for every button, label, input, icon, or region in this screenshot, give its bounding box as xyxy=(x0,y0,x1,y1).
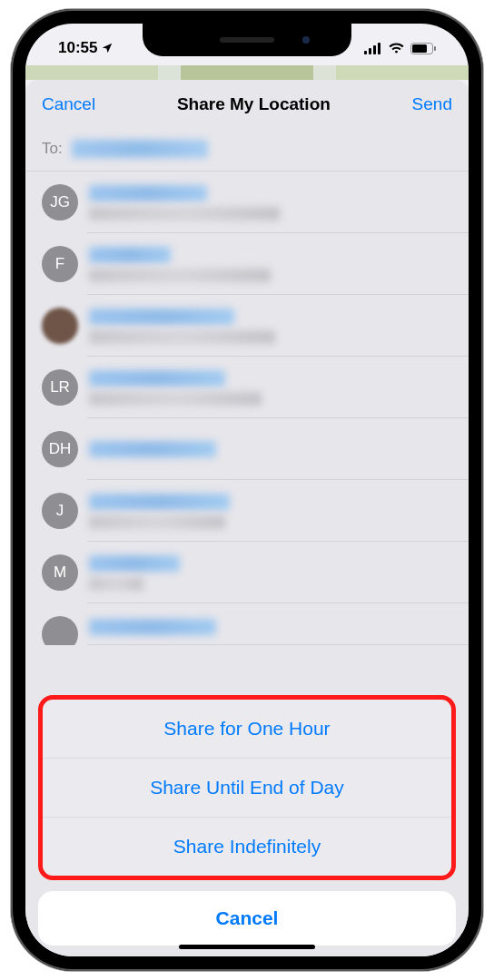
contact-text xyxy=(89,309,275,344)
recipient-blurred xyxy=(72,140,208,158)
contact-avatar-initials: JG xyxy=(42,184,78,220)
contact-avatar-photo xyxy=(42,308,78,344)
svg-rect-5 xyxy=(412,44,427,53)
contact-row[interactable] xyxy=(25,295,469,357)
contact-row[interactable]: LR xyxy=(25,357,469,418)
share-duration-action-sheet: Share for One HourShare Until End of Day… xyxy=(38,695,456,880)
contact-name-blurred xyxy=(89,309,234,325)
share-option-2[interactable]: Share Indefinitely xyxy=(43,818,451,876)
svg-rect-6 xyxy=(434,46,436,51)
modal-navbar: Cancel Share My Location Send xyxy=(25,80,469,129)
to-label: To: xyxy=(42,140,63,158)
contact-row[interactable]: M xyxy=(25,542,469,603)
contact-detail-blurred xyxy=(89,269,271,282)
contact-name-blurred xyxy=(89,441,216,457)
share-option-0[interactable]: Share for One Hour xyxy=(43,700,451,759)
contact-text xyxy=(89,441,216,457)
contact-avatar-initials: DH xyxy=(42,431,78,467)
contact-name-blurred xyxy=(89,247,171,263)
notch xyxy=(143,24,351,56)
contact-name-blurred xyxy=(89,370,225,387)
status-time: 10:55 xyxy=(58,39,97,57)
contact-avatar-initials: J xyxy=(42,493,78,529)
modal-title: Share My Location xyxy=(177,94,331,114)
contact-detail-blurred xyxy=(89,392,262,406)
contact-detail-blurred xyxy=(89,515,225,529)
svg-rect-3 xyxy=(378,43,380,54)
contact-text xyxy=(89,619,216,635)
contact-row[interactable]: F xyxy=(25,233,469,295)
contact-row[interactable]: J xyxy=(25,480,469,542)
contact-detail-blurred xyxy=(89,577,143,591)
wifi-icon xyxy=(388,43,405,54)
contact-text xyxy=(89,370,262,406)
contact-row[interactable]: JG xyxy=(25,172,469,233)
contact-detail-blurred xyxy=(89,207,280,220)
share-option-1[interactable]: Share Until End of Day xyxy=(43,759,451,818)
action-sheet-cancel-button[interactable]: Cancel xyxy=(38,891,456,946)
contact-row[interactable] xyxy=(25,603,469,645)
contact-name-blurred xyxy=(89,185,207,201)
contact-name-blurred xyxy=(89,555,180,572)
location-arrow-icon xyxy=(101,42,114,54)
phone-screen: 10:55 Cancel Share My xyxy=(25,24,469,956)
map-background-hint xyxy=(25,65,469,80)
send-button[interactable]: Send xyxy=(412,94,452,114)
cancel-button[interactable]: Cancel xyxy=(42,94,95,114)
contact-text xyxy=(89,247,271,282)
svg-rect-2 xyxy=(373,45,376,54)
phone-frame: 10:55 Cancel Share My xyxy=(11,9,483,971)
contact-avatar-initials xyxy=(42,616,78,645)
battery-icon xyxy=(410,43,436,54)
contact-avatar-initials: F xyxy=(42,246,78,282)
contact-avatar-initials: M xyxy=(42,554,78,591)
home-indicator[interactable] xyxy=(179,945,315,949)
contact-avatar-initials: LR xyxy=(42,369,78,406)
action-sheet-container: Share for One HourShare Until End of Day… xyxy=(25,695,469,956)
share-location-modal: Cancel Share My Location Send To: JGFLRD… xyxy=(25,80,469,956)
contact-row[interactable]: DH xyxy=(25,418,469,480)
svg-rect-1 xyxy=(369,48,371,54)
contact-detail-blurred xyxy=(89,330,275,344)
contact-text xyxy=(89,494,230,529)
contact-text xyxy=(89,185,280,220)
contact-text xyxy=(89,555,180,591)
cellular-icon xyxy=(364,43,382,54)
contact-name-blurred xyxy=(89,619,216,635)
recipient-row[interactable]: To: xyxy=(25,129,469,172)
svg-rect-0 xyxy=(364,51,367,54)
contact-name-blurred xyxy=(89,494,230,510)
